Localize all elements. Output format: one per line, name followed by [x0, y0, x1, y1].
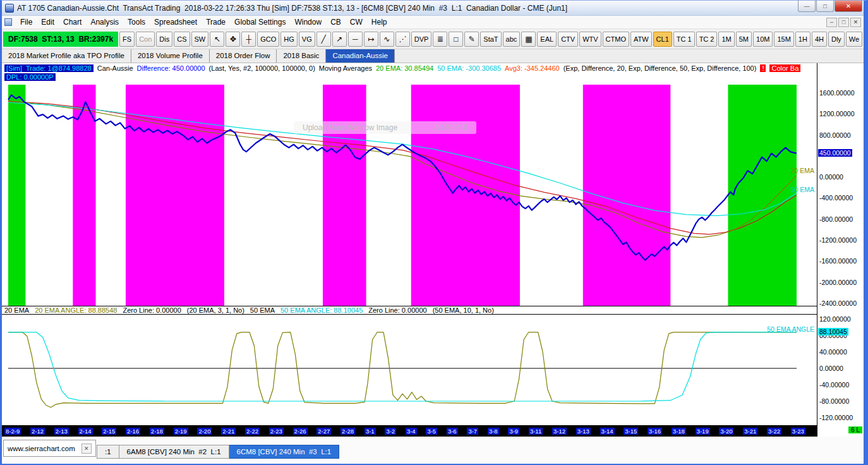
ema50-angle-value: 50 EMA ANGLE: 88.10045: [280, 306, 363, 314]
menu-item-edit[interactable]: Edit: [37, 16, 59, 28]
chartbook-tab-2018-volume-profile[interactable]: 2018 Volume Profile: [131, 49, 210, 63]
sierrachart-link-tab[interactable]: www.sierrachart.com ✕: [3, 440, 96, 457]
account-status-box: DF:7538 ST:13, 13 BR:2397k: [3, 32, 118, 47]
price-panel-plot[interactable]: [2, 63, 817, 306]
toolbar-button-hg[interactable]: HG: [280, 32, 298, 47]
menu-item-analysis[interactable]: Analysis: [86, 16, 123, 28]
sierrachart-link-label: www.sierrachart.com: [8, 445, 75, 452]
series-label-20-ema: 20 EMA: [791, 167, 814, 174]
toolbar-button-1m[interactable]: 1M: [718, 32, 734, 47]
crosshair-tool-icon[interactable]: ┼: [241, 32, 256, 47]
toolbar-button-vg[interactable]: VG: [299, 32, 315, 47]
toolbar-button-gco[interactable]: GCO: [257, 32, 279, 47]
chartbook-tab-canadian-aussie[interactable]: Canadian-Aussie: [326, 49, 395, 63]
menu-item-trade[interactable]: Trade: [202, 16, 230, 28]
chartbook-tab-2018-order-flow[interactable]: 2018 Order Flow: [210, 49, 277, 63]
pointer-tool-icon[interactable]: ↖: [210, 32, 224, 47]
toolbar-button-stat[interactable]: StaT: [480, 32, 501, 47]
toolbar-button-dvp[interactable]: DVP: [411, 32, 432, 47]
bar-count-chip: 6 L: [848, 426, 862, 433]
calculator-icon[interactable]: ▦: [521, 32, 536, 47]
highlight-band: [323, 85, 366, 306]
fib-retracement-tool-icon[interactable]: ≣: [433, 32, 447, 47]
toolbar-button-sw[interactable]: SW: [191, 32, 209, 47]
toolbar-button-10m[interactable]: 10M: [753, 32, 773, 47]
date-label: 2-15: [102, 428, 116, 435]
menu-item-spreadsheet[interactable]: Spreadsheet: [150, 16, 202, 28]
child-close-button[interactable]: ✕: [850, 18, 861, 27]
close-button[interactable]: ✕: [835, 1, 862, 12]
time-axis[interactable]: 8-2-92-122-132-142-152-162-182-192-202-2…: [2, 425, 817, 437]
toolbar-button-4h[interactable]: 4H: [812, 32, 827, 47]
angle-tick: -80.00000: [819, 397, 849, 405]
date-label: 2-13: [54, 428, 69, 435]
date-label: 2-16: [126, 428, 140, 435]
toolbar-button-we[interactable]: We: [846, 32, 862, 47]
chart-region[interactable]: [Sim] Trade: 1@874.98828Can-AussieDiffer…: [2, 63, 817, 437]
date-label: 3-11: [529, 428, 543, 435]
child-restore-button[interactable]: □: [838, 18, 849, 27]
toolbar-button-tc-2[interactable]: TC 2: [696, 32, 718, 47]
avg3-value: Avg3: -345.24460: [505, 64, 560, 72]
toolbar-button-atw[interactable]: ATW: [630, 32, 652, 47]
zigzag-tool-icon[interactable]: ∿: [380, 32, 394, 47]
maximize-button[interactable]: □: [816, 1, 834, 12]
toolbar-button-dis[interactable]: Dis: [156, 32, 172, 47]
toolbar-button-ctmo[interactable]: CTMO: [603, 32, 629, 47]
toolbar-button-fs[interactable]: FS: [119, 32, 135, 47]
chartbook-tab-2018-market-profile-aka-tpo-profile[interactable]: 2018 Market Profile aka TPO Profile: [2, 49, 131, 63]
toolbar-button-cl1[interactable]: CL1: [653, 32, 672, 47]
price-tick: -2000.00000: [819, 279, 857, 286]
toolbar-button-wtv[interactable]: WTV: [579, 32, 601, 47]
chart-window-tab-1[interactable]: :1: [97, 445, 119, 459]
toolbar-button-ctv[interactable]: CTV: [558, 32, 578, 47]
angle-panel-plot[interactable]: [2, 315, 817, 425]
toolbar-button-cs[interactable]: CS: [174, 32, 190, 47]
price-tick: -1600.00000: [819, 257, 857, 265]
menu-item-chart[interactable]: Chart: [59, 16, 86, 28]
toolbar-button-con[interactable]: Con: [136, 32, 155, 47]
pencil-tool-icon[interactable]: ✎: [464, 32, 479, 47]
color-bars-chip: Color Ba: [769, 64, 800, 72]
extended-line-tool-icon[interactable]: ↦: [364, 32, 378, 47]
chart-window-tab-6cm8-cbv-240-min-3-l-1[interactable]: 6CM8 [CBV] 240 Min #3 L:1: [229, 445, 340, 459]
date-label: 2-28: [341, 428, 355, 435]
menu-item-global-settings[interactable]: Global Settings: [230, 16, 290, 28]
toolbar-button-tc-1[interactable]: TC 1: [673, 32, 695, 47]
ray-tool-icon[interactable]: ↗: [332, 32, 347, 47]
chartbook-tab-2018-basic[interactable]: 2018 Basic: [277, 49, 326, 63]
date-label: 3-15: [624, 428, 638, 435]
menu-item-cw[interactable]: CW: [346, 16, 367, 28]
toolbar-button-15m[interactable]: 15M: [774, 32, 793, 47]
toolbar-button-1h[interactable]: 1H: [795, 32, 811, 47]
hand-zoom-tool-icon[interactable]: ✥: [226, 32, 240, 47]
menu-item-help[interactable]: Help: [367, 16, 392, 28]
ema20-angle-value: 20 EMA ANGLE: 88.88548: [35, 306, 117, 314]
chart-window-tab-6am8-cbv-240-min-2-l-1[interactable]: 6AM8 [CBV] 240 Min #2 L:1: [119, 445, 229, 459]
menu-item-tools[interactable]: Tools: [123, 16, 150, 28]
toolbar-button-eal[interactable]: EAL: [537, 32, 557, 47]
subgraph-header: 20 EMA20 EMA ANGLE: 88.88548Zero Line: 0…: [2, 306, 817, 315]
minimize-button[interactable]: —: [798, 1, 816, 12]
ema50-angle-settings: (50 EMA, 10, 1, No): [433, 306, 494, 314]
horizontal-line-tool-icon[interactable]: ─: [348, 32, 363, 47]
date-label: 3-9: [508, 428, 519, 435]
rectangle-tool-icon[interactable]: □: [449, 32, 463, 47]
close-icon[interactable]: ✕: [81, 444, 92, 454]
menu-item-window[interactable]: Window: [290, 16, 326, 28]
price-axis[interactable]: 1600.000001200.00000800.000000.00000-400…: [817, 63, 864, 437]
menu-item-cb[interactable]: CB: [326, 16, 346, 28]
window-controls: — □ ✕: [798, 1, 862, 12]
date-label: 3-14: [600, 428, 615, 435]
trendline-tool-icon[interactable]: ╱: [316, 32, 331, 47]
title-bar: AT 1705 Canadian-Aussie.Cht TransAct Tra…: [2, 1, 864, 16]
menu-bar: FileEditChartAnalysisToolsSpreadsheetTra…: [2, 16, 864, 29]
child-minimize-button[interactable]: –: [826, 18, 837, 27]
menu-item-file[interactable]: File: [16, 16, 37, 28]
channel-tool-icon[interactable]: ⋰: [395, 32, 410, 47]
date-label: 2-14: [78, 428, 93, 435]
toolbar-button-dly[interactable]: Dly: [828, 32, 845, 47]
toolbar-button-abc[interactable]: abc: [503, 32, 521, 47]
chartbook-tab-bar: 2018 Market Profile aka TPO Profile2018 …: [2, 49, 864, 63]
toolbar-button-5m[interactable]: 5M: [736, 32, 752, 47]
